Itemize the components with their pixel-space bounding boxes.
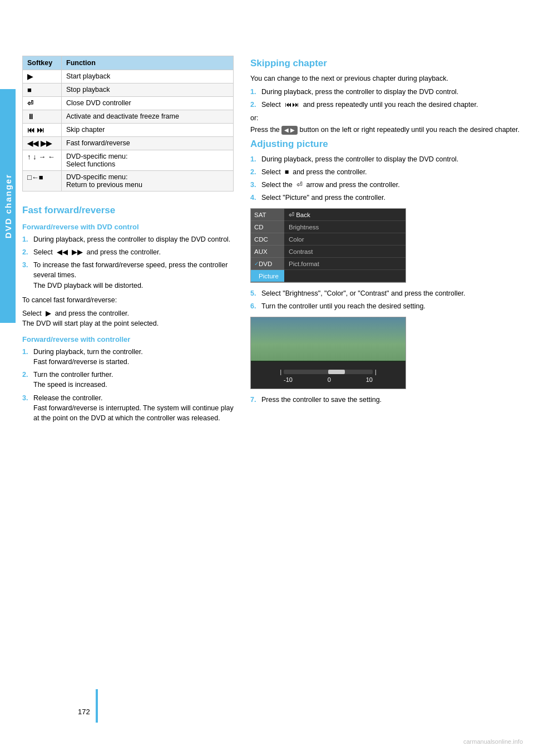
slider-max: 10 [366,376,373,383]
slider-tick-left: | [280,369,281,375]
menu-right-item: ⏎ Back [284,209,406,221]
adjusting-title: Adjusting picture [250,139,523,150]
slider-tick-right: | [375,369,377,375]
menu-row: ✓ DVDPict.format [251,258,406,270]
table-function-cell: Start playback [62,70,234,84]
menu-right-item: Contrast [284,246,406,258]
table-function-cell: DVD-specific menu:Select functions [62,150,234,171]
cancel-heading: To cancel fast forward/reverse: [22,295,234,305]
side-tab: DVD changer [0,89,16,323]
menu-right-item: Color [284,233,406,246]
slider-inner: | | -10 0 10 [251,361,406,389]
table-function-cell: Skip chapter [62,124,234,137]
adj-steps-1-list: 1.During playback, press the controller … [250,154,523,203]
menu-right-item [284,270,406,282]
side-tab-label: DVD changer [3,174,13,238]
fast-forward-title: Fast forward/reverse [22,205,234,216]
list-item: 4.Select "Picture" and press the control… [250,193,523,203]
slider-labels: -10 0 10 [284,376,373,383]
menu-left-item: CD [251,221,284,233]
menu-row: CDCColor [251,233,406,246]
or-detail: Press the ◀ ▶ button on the left or righ… [250,125,523,135]
menu-left-item: AUX [251,246,284,258]
menu-row: SAT⏎ Back [251,209,406,221]
list-item: 2.Turn the controller further.The speed … [22,370,234,390]
table-header-softkey: Softkey [23,56,62,70]
slider-screenshot: | | -10 0 10 [250,317,406,389]
menu-left-item: SAT [251,209,284,221]
table-header-function: Function [62,56,234,70]
menu-row: CDBrightness [251,221,406,233]
table-icon-cell: ↑ ↓ → ← [23,150,62,171]
list-item: 5.Select "Brightness", "Color", or "Cont… [250,288,523,298]
skip-steps-list: 1.During playback, press the controller … [250,87,523,110]
ff-steps-list: 1.During playback, press the controller … [22,234,234,291]
skipping-intro: You can change to the next or previous c… [250,73,523,84]
page-number: 172 [78,708,90,716]
table-icon-cell: ■ [23,84,62,97]
right-column: Skipping chapter You can change to the n… [250,56,523,428]
menu-right-item: Pict.format [284,258,406,270]
list-item: 1.During playback, turn the controller.F… [22,347,234,367]
list-item: 2.Select ◀◀ ▶▶ and press the controller. [22,247,234,257]
list-item: 7.Press the controller to save the setti… [250,395,523,405]
watermark: carmanualsonline.info [463,738,523,745]
menu-left-item: ✓ Picture [251,270,284,282]
table-function-cell: Stop playback [62,84,234,97]
list-item: 6.Turn the controller until you reach th… [250,301,523,311]
menu-screenshot: SAT⏎ BackCDBrightnessCDCColorAUXContrast… [250,208,406,283]
subsection1-title: Forward/reverse with DVD control [22,223,234,231]
table-icon-cell: ⏎ [23,97,62,110]
table-icon-cell: □←■ [23,171,62,192]
menu-left-item: ✓ DVD [251,258,284,270]
menu-right-item: Brightness [284,221,406,233]
list-item: 2.Select ■ and press the controller. [250,167,523,177]
softkey-table: Softkey Function ▶Start playback■Stop pl… [22,56,234,192]
list-item: 1.During playback, press the controller … [250,154,523,164]
table-function-cell: Fast forward/reverse [62,137,234,150]
list-item: 3.Select the ⏎ arrow and press the contr… [250,180,523,190]
table-icon-cell: ⏸ [23,110,62,124]
cancel-text: Select ▶ and press the controller.The DV… [22,308,234,328]
or-label: or: [250,114,523,122]
bottom-bar [96,689,98,723]
ff-steps-2-list: 1.During playback, turn the controller.F… [22,347,234,423]
list-item: 3.To increase the fast forward/reverse s… [22,260,234,290]
skipping-title: Skipping chapter [250,58,523,69]
adj-steps-2-list: 5.Select "Brightness", "Color", or "Cont… [250,288,523,311]
slider-bar: | | [280,369,376,375]
slider-min: -10 [284,376,293,383]
adj-step7-list: 7.Press the controller to save the setti… [250,395,523,405]
list-item: 3.Release the controller.Fast forward/re… [22,393,234,423]
menu-left-item: CDC [251,233,284,246]
list-item: 2.Select ⏮⏭ and press repeatedly until y… [250,100,523,110]
list-item: 1.During playback, press the controller … [250,87,523,97]
table-icon-cell: ▶ [23,70,62,84]
left-column: Softkey Function ▶Start playback■Stop pl… [22,56,234,428]
slider-mid: 0 [328,376,331,383]
table-function-cell: Activate and deactivate freeze frame [62,110,234,124]
menu-row: AUXContrast [251,246,406,258]
landscape-bg [251,317,406,362]
menu-row: ✓ Picture [251,270,406,282]
slider-track [284,370,373,374]
subsection2-title: Forward/reverse with controller [22,335,234,343]
table-icon-cell: ◀◀ ▶▶ [23,137,62,150]
slider-fill [328,370,345,374]
table-function-cell: Close DVD controller [62,97,234,110]
list-item: 1.During playback, press the controller … [22,234,234,244]
table-function-cell: DVD-specific menu:Return to previous men… [62,171,234,192]
table-icon-cell: ⏮ ⏭ [23,124,62,137]
